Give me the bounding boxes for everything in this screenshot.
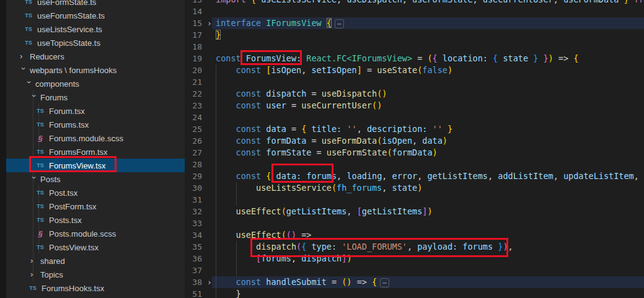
tree-folder-components[interactable]: ›components (6, 77, 185, 90)
tree-file-posts.module.scss[interactable]: §Posts.module.scss (6, 227, 185, 240)
line-number: 29 (186, 170, 202, 182)
chevron-down-icon[interactable]: › (31, 95, 37, 101)
tree-file-forums.module.scss[interactable]: §Forums.module.scss (6, 131, 185, 145)
chevron-right-icon[interactable]: › (20, 53, 26, 59)
tree-item-label: useListsService.ts (37, 25, 102, 34)
code-line-22[interactable]: 22 const dispatch = useDispatch() (185, 88, 644, 100)
line-number: 23 (186, 100, 202, 112)
typescript-file-icon: TS (35, 149, 45, 155)
code-line-13[interactable]: 13import { useListsService, useDispatch,… (185, 0, 644, 6)
annotation-box-forumsview-declaration (240, 50, 302, 65)
code-line-51[interactable]: 51 } (185, 288, 644, 298)
tree-file-useformstate.ts[interactable]: TSuseFormState.ts (6, 0, 185, 9)
tree-item-label: Forums.module.scss (49, 134, 123, 143)
code-line-30[interactable]: 30 useListsService(fh_forums, state) (185, 182, 644, 194)
tree-file-postsview.tsx[interactable]: TSPostsView.tsx (6, 240, 185, 254)
line-number: 17 (186, 29, 202, 41)
tree-folder-shared[interactable]: ›shared (6, 254, 185, 268)
tree-folder-forums[interactable]: ›Forums (6, 90, 185, 104)
tree-item-label: useTopicsState.ts (37, 38, 100, 48)
line-number: 34 (186, 229, 202, 241)
folded-code-ellipsis[interactable]: ⋯ (380, 278, 389, 287)
code-text: const dispatch = useDispatch() (216, 88, 387, 100)
tree-file-postform.tsx[interactable]: TSPostForm.tsx (6, 199, 185, 213)
fold-chevron-icon[interactable]: › (207, 17, 212, 29)
tree-item-label: ForumsHooks.tsx (42, 284, 104, 293)
code-line-20[interactable]: 20 const [isOpen, setIsOpen] = useState(… (185, 64, 644, 76)
code-line-29[interactable]: 29 const { data: forums, loading, error,… (185, 170, 644, 182)
line-number: 22 (186, 88, 202, 100)
code-line-31[interactable]: 31 (185, 194, 644, 206)
code-text: import { useListsService, useDispatch, u… (216, 0, 644, 6)
code-text: const [isOpen, setIsOpen] = useState(fal… (216, 64, 452, 76)
chevron-down-icon[interactable]: › (31, 177, 37, 183)
typescript-file-icon: TS (35, 244, 45, 250)
activity-bar-edge (0, 0, 6, 298)
tree-file-useforumsstate.ts[interactable]: TSuseForumsState.ts (6, 9, 185, 22)
code-line-15[interactable]: 15›interface IForumsView {⋯ (185, 17, 644, 29)
tree-file-forum.tsx[interactable]: TSForum.tsx (6, 104, 185, 118)
code-text: const formState = useFormState(formData) (216, 147, 438, 159)
typescript-file-icon: TS (35, 121, 45, 128)
code-line-21[interactable]: 21 (185, 76, 644, 88)
code-line-33[interactable]: 33 (185, 217, 644, 229)
code-line-23[interactable]: 23 const user = useCurrentUser() (185, 100, 644, 112)
tree-item-label: ForumsForm.tsx (49, 147, 108, 157)
tree-folder-posts[interactable]: ›Posts (6, 172, 185, 186)
chevron-down-icon[interactable]: › (20, 68, 27, 74)
tree-item-label: Posts.module.scss (49, 229, 116, 239)
folded-code-ellipsis[interactable]: ⋯ (335, 19, 344, 28)
code-text: const user = useCurrentUser() (216, 100, 382, 112)
tree-file-forumshooks.tsx[interactable]: TSForumsHooks.tsx (6, 281, 185, 295)
line-number: 36 (186, 253, 202, 265)
code-line-32[interactable]: 32 useEffect(getListItems, [getListItems… (185, 206, 644, 217)
tree-file-partial[interactable]: § (6, 295, 185, 298)
tree-item-label: Forums.tsx (49, 120, 89, 129)
tree-item-label: Topics (40, 270, 63, 279)
tree-file-usetopicsstate.ts[interactable]: TSuseTopicsState.ts (6, 36, 185, 50)
code-line-37[interactable]: 37 (185, 265, 644, 276)
code-text: useListsService(fh_forums, state) (216, 182, 422, 194)
tree-folder-reducers[interactable]: ›Reducers (6, 50, 185, 63)
code-line-27[interactable]: 27 const formState = useFormState(formDa… (185, 147, 644, 159)
typescript-file-icon: TS (24, 12, 33, 19)
tree-item-label: components (35, 79, 79, 89)
tree-item-label: Forums (40, 93, 68, 102)
chevron-down-icon[interactable]: › (26, 81, 32, 87)
code-line-38[interactable]: 38› const handleSubmit = () => {⋯ (185, 276, 644, 288)
code-text: useEffect(getListItems, [getListItems]) (216, 206, 433, 217)
typescript-file-icon: TS (35, 217, 45, 223)
code-line-17[interactable]: 17} (185, 29, 644, 41)
line-number: 51 (186, 288, 202, 298)
code-text: interface IForumsView {⋯ (216, 17, 344, 30)
line-number: 13 (186, 0, 202, 6)
line-number: 31 (186, 194, 202, 206)
tree-folder-webparts-forumshooks[interactable]: ›webparts \ forumsHooks (6, 63, 185, 77)
code-line-24[interactable]: 24 (185, 112, 644, 123)
line-number: 19 (186, 53, 202, 64)
code-line-28[interactable]: 28 (185, 159, 644, 170)
line-number: 26 (186, 135, 202, 147)
fold-chevron-icon[interactable]: › (207, 276, 212, 288)
line-number: 38 (186, 276, 202, 288)
chevron-right-icon[interactable]: › (30, 258, 37, 264)
line-number: 32 (186, 206, 202, 217)
tree-item-label: Posts.tsx (49, 216, 82, 225)
line-number: 15 (186, 17, 202, 29)
typescript-file-icon: TS (35, 190, 45, 196)
tree-file-posts.tsx[interactable]: TSPosts.tsx (6, 213, 185, 227)
code-line-14[interactable]: 14 (185, 6, 644, 17)
code-line-26[interactable]: 26 const formData = useFormData(isOpen, … (185, 135, 644, 147)
tree-file-uselistsservice.ts[interactable]: TSuseListsService.ts (6, 22, 185, 36)
chevron-right-icon[interactable]: › (30, 271, 37, 278)
tree-item-label: Reducers (30, 52, 64, 61)
typescript-file-icon: TS (24, 40, 33, 46)
tree-file-post.tsx[interactable]: TSPost.tsx (6, 186, 185, 199)
tree-folder-topics[interactable]: ›Topics (6, 268, 185, 281)
tree-file-forums.tsx[interactable]: TSForums.tsx (6, 118, 185, 131)
line-number: 37 (186, 265, 202, 276)
tree-item-label: shared (40, 256, 65, 266)
code-line-25[interactable]: 25 const data = { title: '', description… (185, 123, 644, 135)
line-number: 30 (186, 182, 202, 194)
explorer-sidebar[interactable]: TSuseFormState.tsTSuseForumsState.tsTSus… (6, 0, 185, 298)
